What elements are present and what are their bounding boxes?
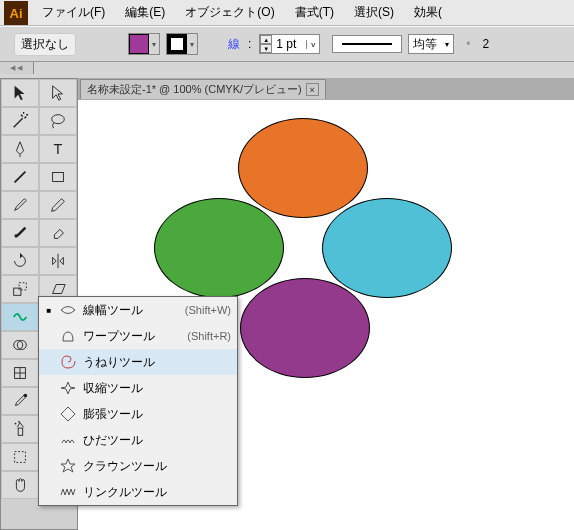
svg-text:T: T: [54, 141, 63, 157]
flyout-item-width[interactable]: ■ 線幅ツール (Shift+W): [39, 297, 237, 323]
menu-file[interactable]: ファイル(F): [32, 0, 115, 25]
svg-line-4: [15, 172, 26, 183]
mesh-tool[interactable]: [1, 359, 39, 387]
flyout-item-warp[interactable]: ワープツール (Shift+R): [39, 323, 237, 349]
app-icon: Ai: [4, 1, 28, 25]
flyout-label: 線幅ツール: [83, 302, 179, 319]
shape-cyan-ellipse[interactable]: [322, 198, 452, 298]
svg-point-2: [52, 115, 65, 124]
tool-flyout-menu: ■ 線幅ツール (Shift+W) ワープツール (Shift+R) うねりツー…: [38, 296, 238, 506]
eraser-tool[interactable]: [39, 219, 77, 247]
menu-edit[interactable]: 編集(E): [115, 0, 175, 25]
tab-close-button[interactable]: ×: [306, 83, 319, 96]
separator-dot: •: [466, 37, 470, 51]
menu-object[interactable]: オブジェクト(O): [175, 0, 284, 25]
svg-point-25: [18, 421, 20, 423]
shape-purple-ellipse[interactable]: [240, 278, 370, 378]
svg-rect-8: [19, 283, 26, 290]
warp-tool-icon: [59, 327, 77, 345]
svg-text:Ai: Ai: [10, 6, 23, 21]
stroke-profile[interactable]: 均等 ▾: [408, 34, 454, 54]
document-tab[interactable]: 名称未設定-1* @ 100% (CMYK/プレビュー) ×: [80, 79, 326, 99]
panel-collapse-strip[interactable]: ◀◀: [0, 62, 34, 74]
flyout-label: クラウンツール: [83, 458, 225, 475]
stroke-style-preview[interactable]: [332, 35, 402, 53]
menubar: Ai ファイル(F) 編集(E) オブジェクト(O) 書式(T) 選択(S) 効…: [0, 0, 574, 26]
twirl-tool-icon: [59, 353, 77, 371]
lasso-tool[interactable]: [39, 107, 77, 135]
eyedropper-tool[interactable]: [1, 387, 39, 415]
blob-brush-tool[interactable]: [1, 219, 39, 247]
flyout-item-wrinkle[interactable]: リンクルツール: [39, 479, 237, 505]
flyout-label: ひだツール: [83, 432, 225, 449]
flyout-item-bloat[interactable]: 膨張ツール: [39, 401, 237, 427]
wrinkle-tool-icon: [59, 483, 77, 501]
shape-green-ellipse[interactable]: [154, 198, 284, 298]
crystallize-tool-icon: [59, 457, 77, 475]
pencil-tool[interactable]: [39, 191, 77, 219]
rotate-tool[interactable]: [1, 247, 39, 275]
line-tool[interactable]: [1, 163, 39, 191]
selection-indicator[interactable]: 選択なし: [14, 33, 76, 56]
menu-effect[interactable]: 効果(: [404, 0, 452, 25]
width-tool-icon: [59, 301, 77, 319]
flyout-label: ワープツール: [83, 328, 181, 345]
menu-select[interactable]: 選択(S): [344, 0, 404, 25]
fill-swatch[interactable]: ▾: [128, 33, 160, 55]
chevron-down-icon[interactable]: v: [306, 40, 319, 49]
selection-tool[interactable]: [1, 79, 39, 107]
svg-rect-29: [15, 452, 26, 463]
shape-orange-ellipse[interactable]: [238, 118, 368, 218]
weight-stepper[interactable]: ▲▼: [260, 35, 272, 53]
reflect-tool[interactable]: [39, 247, 77, 275]
stroke-swatch[interactable]: ▾: [166, 33, 198, 55]
width-warp-tool[interactable]: [1, 303, 39, 331]
panel-grip-icon: ◀◀: [0, 62, 33, 74]
flyout-label: 収縮ツール: [83, 380, 225, 397]
control-bar: 選択なし ▾ ▾ 線 : ▲▼ 1 pt v 均等 ▾ • 2: [0, 26, 574, 62]
flyout-item-pucker[interactable]: 収縮ツール: [39, 375, 237, 401]
pucker-tool-icon: [59, 379, 77, 397]
scale-tool[interactable]: [1, 275, 39, 303]
hand-tool[interactable]: [1, 471, 39, 499]
svg-point-20: [24, 394, 28, 398]
bloat-tool-icon: [59, 405, 77, 423]
flyout-shortcut: (Shift+W): [185, 304, 231, 316]
flyout-current-mark: ■: [45, 306, 53, 315]
svg-rect-23: [18, 428, 23, 435]
menu-type[interactable]: 書式(T): [285, 0, 344, 25]
flyout-item-scallop[interactable]: ひだツール: [39, 427, 237, 453]
stroke-weight-field[interactable]: ▲▼ 1 pt v: [259, 34, 320, 54]
scallop-tool-icon: [59, 431, 77, 449]
type-tool[interactable]: T: [39, 135, 77, 163]
direct-selection-tool[interactable]: [39, 79, 77, 107]
flyout-label: リンクルツール: [83, 484, 225, 501]
symbol-sprayer-tool[interactable]: [1, 415, 39, 443]
flyout-item-twirl[interactable]: うねりツール: [39, 349, 237, 375]
stroke-weight-value: 1 pt: [272, 37, 306, 51]
svg-rect-7: [14, 288, 21, 295]
pen-tool[interactable]: [1, 135, 39, 163]
flyout-item-crystallize[interactable]: クラウンツール: [39, 453, 237, 479]
rectangle-tool[interactable]: [39, 163, 77, 191]
stroke-profile-label: 均等: [413, 36, 437, 53]
shape-builder-tool[interactable]: [1, 331, 39, 359]
artboard-tool[interactable]: [1, 443, 39, 471]
svg-rect-5: [53, 173, 64, 182]
document-tab-title: 名称未設定-1* @ 100% (CMYK/プレビュー): [87, 82, 302, 97]
opacity-value: 2: [483, 37, 490, 51]
flyout-label: うねりツール: [83, 354, 225, 371]
document-tab-bar: 名称未設定-1* @ 100% (CMYK/プレビュー) ×: [78, 78, 574, 100]
stroke-label[interactable]: 線: [228, 36, 240, 53]
magic-wand-tool[interactable]: [1, 107, 39, 135]
svg-point-24: [15, 423, 17, 425]
flyout-label: 膨張ツール: [83, 406, 225, 423]
paintbrush-tool[interactable]: [1, 191, 39, 219]
colon: :: [248, 37, 251, 51]
flyout-shortcut: (Shift+R): [187, 330, 231, 342]
